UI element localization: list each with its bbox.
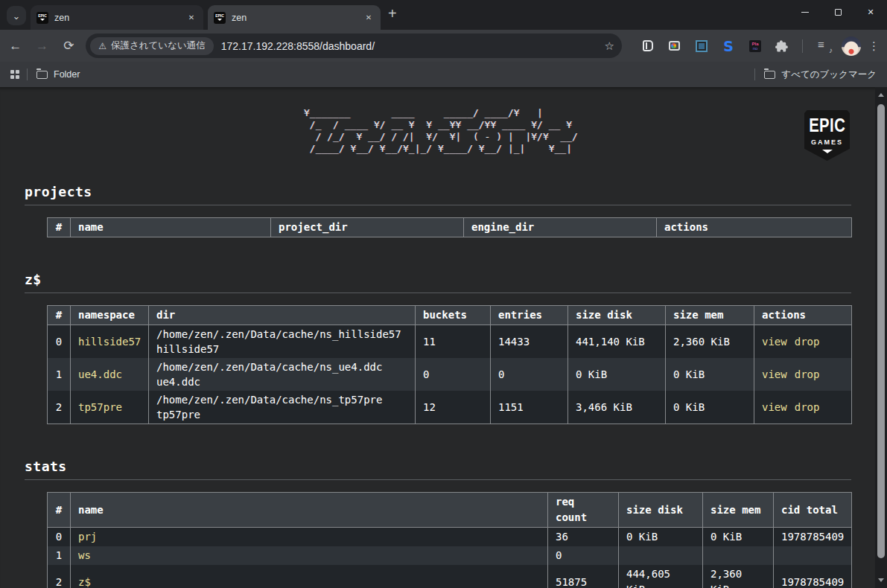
browser-toolbar: ← → ⟳ ⚠ 保護されていない通信 172.17.192.228:8558/d… <box>0 30 887 62</box>
pia-extension-button[interactable]: PIano <box>744 35 766 57</box>
table-row: 2 z$ 51875 444,605 KiB 2,360 KiB 1978785… <box>48 565 852 588</box>
forward-button[interactable]: → <box>31 35 54 57</box>
table-row: 1 ws 0 <box>48 546 852 565</box>
window-controls: ✕ <box>789 0 887 24</box>
kebab-icon: ⋮ <box>868 39 880 52</box>
avatar <box>842 36 861 56</box>
namespace-link[interactable]: ue4.ddc <box>78 368 122 380</box>
tab-zen-2-active[interactable]: EPIC zen ✕ <box>208 5 381 30</box>
projects-table: # name project_dir engine_dir actions <box>47 217 852 237</box>
zcache-table: # namespace dir buckets entries size dis… <box>47 305 852 424</box>
view-link[interactable]: view <box>762 401 787 413</box>
tab-close-button[interactable]: ✕ <box>185 12 197 24</box>
chevron-down-icon: ⌄ <box>13 10 21 22</box>
new-tab-button[interactable]: + <box>388 5 397 22</box>
bookmark-star-icon[interactable]: ☆ <box>605 39 614 53</box>
extensions-menu-button[interactable] <box>771 35 793 57</box>
url-text[interactable]: 172.17.192.228:8558/dashboard/ <box>221 40 605 52</box>
s-extension-button[interactable]: S <box>717 35 740 57</box>
warning-icon: ⚠ <box>98 41 106 51</box>
photos-extension-button[interactable] <box>664 35 686 57</box>
bookmarks-bar: Folder すべてのブックマーク <box>0 62 887 87</box>
all-bookmarks-button[interactable]: すべてのブックマーク <box>764 68 877 81</box>
apps-grid-button[interactable] <box>10 70 19 79</box>
tab-close-button[interactable]: ✕ <box>363 12 375 24</box>
profile-button[interactable] <box>840 35 862 57</box>
bookmarks-divider <box>27 68 28 80</box>
capture-frame-icon <box>696 40 708 52</box>
back-button[interactable]: ← <box>4 35 27 57</box>
projects-heading: projects <box>25 184 851 199</box>
stats-table: # name req count size disk size mem cid … <box>47 492 852 588</box>
pia-icon: PIano <box>749 40 761 52</box>
forward-icon: → <box>36 39 48 54</box>
minimize-icon <box>801 12 809 13</box>
bookmark-folder-label: Folder <box>54 69 80 80</box>
maximize-button[interactable] <box>821 0 854 24</box>
drop-link[interactable]: drop <box>795 368 820 380</box>
zenstore-ascii-logo: ¥_______ ____ _____/ ____/¥ | /_ / ____ … <box>298 107 578 155</box>
capture-extension-button[interactable] <box>690 35 713 57</box>
extensions-row: S PIano ≡ ♪ ⋮ <box>632 35 887 57</box>
stats-header-row: # name req count size disk size mem cid … <box>48 493 852 528</box>
browser-menu-button[interactable]: ⋮ <box>868 39 880 53</box>
tab-title: zen <box>54 13 185 23</box>
reload-button[interactable]: ⟳ <box>57 35 80 57</box>
tab-zen-1[interactable]: EPIC zen ✕ <box>31 5 203 30</box>
scrollbar-up-arrow[interactable] <box>878 93 884 97</box>
stat-name-link[interactable]: ws <box>78 549 91 561</box>
table-row: 1 ue4.ddc /home/zen/.zen/Data/cache/ns_u… <box>48 358 852 391</box>
zcache-heading: z$ <box>25 272 851 287</box>
dashboard-page: ¥_______ ____ _____/ ____/¥ | /_ / ____ … <box>0 87 875 588</box>
browser-window: ⌄ EPIC zen ✕ EPIC zen ✕ + ✕ ← → ⟳ ⚠ 保護され… <box>0 0 887 588</box>
section-rule <box>25 479 851 480</box>
epic-logo-chevron <box>822 150 833 153</box>
reload-icon: ⟳ <box>63 38 74 54</box>
bookmarks-divider <box>754 68 755 80</box>
toolbar-divider <box>802 39 803 53</box>
epic-games-logo: EPIC GAMES <box>804 110 850 161</box>
minimize-button[interactable] <box>789 0 821 24</box>
bookmark-folder[interactable]: Folder <box>36 69 80 80</box>
projects-header-row: # name project_dir engine_dir actions <box>48 218 852 237</box>
maximize-icon <box>835 9 842 16</box>
security-chip[interactable]: ⚠ 保護されていない通信 <box>90 37 214 55</box>
reading-list-extension-button[interactable] <box>637 35 659 57</box>
title-bar: ⌄ EPIC zen ✕ EPIC zen ✕ + ✕ <box>0 0 887 30</box>
scrollbar-down-arrow[interactable] <box>878 578 884 582</box>
address-bar[interactable]: ⚠ 保護されていない通信 172.17.192.228:8558/dashboa… <box>86 33 622 58</box>
stat-name-link[interactable]: z$ <box>78 576 91 588</box>
tab-title: zen <box>232 13 363 23</box>
zcache-header-row: # namespace dir buckets entries size dis… <box>48 306 852 325</box>
drop-link[interactable]: drop <box>795 401 820 413</box>
all-bookmarks-label: すべてのブックマーク <box>781 68 877 81</box>
namespace-link[interactable]: tp57pre <box>78 401 122 413</box>
namespace-link[interactable]: hillside57 <box>78 336 141 348</box>
scrollbar-thumb[interactable] <box>877 104 885 558</box>
section-rule <box>25 205 851 205</box>
media-controls-button[interactable]: ≡ ♪ <box>813 35 836 57</box>
epic-favicon-icon: EPIC <box>36 12 48 24</box>
close-icon: ✕ <box>867 7 874 17</box>
view-link[interactable]: view <box>762 336 787 348</box>
tab-search-button[interactable]: ⌄ <box>7 6 26 25</box>
security-chip-label: 保護されていない通信 <box>111 39 206 52</box>
table-row: 0 prj 36 0 KiB 0 KiB 1978785409 <box>48 528 852 547</box>
view-link[interactable]: view <box>762 368 787 380</box>
page-scrollbar[interactable] <box>875 87 887 588</box>
photo-icon <box>669 41 680 51</box>
puzzle-icon <box>775 39 789 53</box>
projects-section: projects # name project_dir engine_dir a… <box>25 184 851 237</box>
folder-icon <box>764 71 775 79</box>
stat-name-link[interactable]: prj <box>78 531 97 543</box>
section-rule <box>25 293 851 293</box>
s-logo-icon: S <box>723 38 734 54</box>
back-icon: ← <box>9 39 22 54</box>
table-row: 2 tp57pre /home/zen/.zen/Data/cache/ns_t… <box>48 391 852 424</box>
media-controls-icon: ≡ ♪ <box>818 40 831 52</box>
drop-link[interactable]: drop <box>795 336 820 348</box>
logo-row: ¥_______ ____ _____/ ____/¥ | /_ / ____ … <box>25 107 851 159</box>
epic-favicon-icon: EPIC <box>214 12 226 24</box>
close-button[interactable]: ✕ <box>854 0 887 24</box>
stats-heading: stats <box>25 458 851 474</box>
